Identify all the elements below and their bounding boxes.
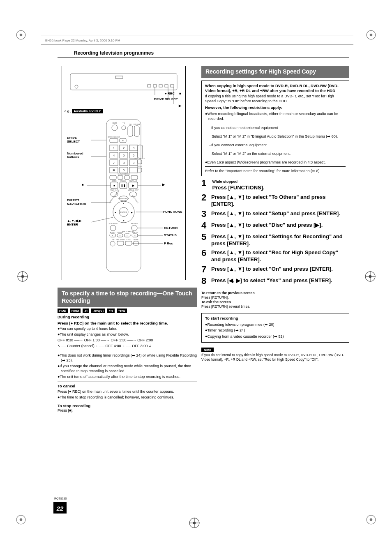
label-drive-select-top: DRIVE SELECT (153, 97, 178, 101)
during-recording: During recording (58, 315, 197, 319)
svg-rect-67 (138, 145, 143, 158)
svg-text:✱: ✱ (113, 168, 115, 172)
svg-text:9: 9 (133, 161, 135, 165)
svg-text:PAUSE: PAUSE (120, 180, 126, 182)
label-frec: F Rec (164, 242, 173, 245)
svg-rect-123 (134, 241, 138, 245)
svg-text:2: 2 (123, 146, 125, 150)
registration-mark-icon (17, 271, 28, 282)
svg-point-3 (370, 34, 373, 37)
label-rec-top: ● REC (165, 92, 181, 95)
svg-text:▼: ▼ (123, 219, 125, 222)
svg-text:STATUS: STATUS (131, 231, 138, 233)
svg-point-117 (110, 241, 115, 246)
svg-text:MUTE: MUTE (134, 239, 138, 241)
svg-point-103 (131, 225, 137, 231)
registration-mark-icon (16, 514, 26, 525)
svg-text:C: C (127, 235, 128, 237)
svg-text:TV: TV (122, 122, 125, 124)
svg-rect-73 (118, 175, 123, 180)
svg-text:F Rec: F Rec (127, 239, 131, 241)
label-return: RETURN (164, 226, 178, 230)
svg-rect-20 (70, 74, 177, 90)
svg-text:3: 3 (133, 146, 135, 150)
svg-rect-26 (165, 85, 168, 87)
return-section: To return to the previous screen Press [… (201, 291, 349, 309)
svg-rect-75 (131, 175, 138, 180)
badge-hdd: HDD (58, 309, 68, 313)
svg-line-131 (91, 217, 113, 222)
svg-rect-23 (148, 85, 151, 87)
header-rule (41, 35, 353, 45)
start-b3: ●Copying from a video cassette recorder … (205, 334, 346, 339)
to-cancel-bullet: ●The time to stop recording is cancelled… (58, 395, 197, 400)
high-speed-copy-info: When copying in high speed mode to DVD-R… (201, 81, 349, 177)
svg-rect-66 (129, 167, 138, 173)
label-stop-left: ■ (82, 183, 84, 187)
step-6: 6Press [▲, ▼] to select "Rec for High Sp… (201, 248, 349, 263)
step-3: 3Press [▲, ▼] to select "Setup" and pres… (201, 209, 349, 219)
svg-rect-40 (110, 138, 118, 143)
to-cancel-heading: To cancel (58, 384, 197, 388)
svg-text:▲: ▲ (123, 202, 125, 205)
label-play-top: ▶ (179, 104, 181, 108)
page: EH65.book Page 22 Monday, April 3, 2006 … (0, 0, 392, 555)
section-title: Recording television programmes (74, 50, 154, 56)
svg-text:SLOW/SEARCH: SLOW/SEARCH (118, 173, 130, 175)
to-stop-heading: To stop recording (58, 403, 197, 408)
svg-rect-25 (159, 85, 162, 87)
svg-text:INPUT SELECT: INPUT SELECT (134, 158, 145, 159)
svg-text:MANUAL SKIP: MANUAL SKIP (128, 189, 139, 191)
svg-text:1: 1 (113, 146, 115, 150)
step-8: 8Press [◀, ▶] to select "Yes" and press … (201, 276, 349, 286)
svg-point-101 (110, 225, 116, 231)
step-1: 1 While stopped Press [FUNCTIONS]. (201, 178, 349, 191)
svg-rect-72 (110, 175, 116, 180)
svg-text:PIP: PIP (112, 239, 115, 241)
svg-text:STOP: STOP (112, 180, 117, 182)
label-direct-nav: DIRECT NAVIGATOR (67, 198, 92, 206)
svg-text:■: ■ (113, 184, 115, 187)
svg-text:ENTER: ENTER (120, 211, 127, 214)
badge-rwv: -RW(V) (91, 309, 106, 313)
svg-point-19 (370, 518, 373, 521)
svg-point-15 (193, 522, 196, 525)
registration-mark-icon (365, 271, 376, 282)
rqt-code: RQT8380 (54, 497, 67, 500)
start-heading: To start recording (205, 316, 346, 321)
svg-rect-74 (125, 175, 129, 180)
left-section-bar: To specify a time to stop recording—One … (58, 288, 197, 307)
to-start-recording-box: To start recording ●Recording television… (201, 313, 349, 342)
badge-r: -R (83, 309, 89, 313)
timeline-1: OFF 0:30 ──→ OFF 1:00 ──→ OFF 1:30 ──→ O… (58, 338, 197, 343)
start-b2: ●Timer recording (➡ 24) (205, 328, 346, 333)
divider (58, 382, 197, 382)
left-b5: ●The unit turns off automatically after … (58, 374, 197, 379)
page-number: 22 (53, 502, 67, 514)
timeline-2: ↖── Counter (cancel) ←── OFF 4:00 ←── OF… (58, 343, 197, 348)
left-column: DVD TV CH VOLUME DRIVE SELECT AV 1 2 3 (58, 66, 197, 413)
svg-rect-22 (115, 76, 123, 78)
right-column: Recording settings for High Speed Copy W… (201, 66, 349, 362)
svg-text:B: B (120, 235, 121, 237)
svg-text:VOLUME: VOLUME (134, 123, 141, 125)
svg-point-11 (369, 275, 372, 278)
svg-rect-36 (128, 126, 133, 136)
label-eg: e.g., Australia and N.Z. (65, 109, 104, 113)
registration-mark-icon (16, 30, 26, 40)
step-2: 2Press [▲, ▼] to select "To Others" and … (201, 192, 349, 208)
svg-text:SUB MENU: SUB MENU (108, 223, 117, 225)
to-cancel-text: Press [● REC] on the main unit several t… (58, 389, 197, 394)
svg-rect-37 (134, 126, 139, 136)
start-b1: ●Recording television programmes (➡ 20) (205, 322, 346, 327)
left-body: ●You can specify up to 4 hours later. ●T… (58, 326, 197, 379)
badge-plusrw: +RW (117, 309, 127, 313)
label-arrows-enter: ▲,▼,◀,▶ ENTER (67, 219, 90, 226)
format-badges: HDD RAM -R -RW(V) +R +RW (58, 309, 197, 313)
title-rule (58, 58, 349, 58)
remote-diagram: DVD TV CH VOLUME DRIVE SELECT AV 1 2 3 (62, 66, 186, 280)
svg-point-17 (20, 518, 23, 521)
svg-text:D: D (134, 235, 136, 237)
badge-plusr: +R (107, 309, 115, 313)
svg-text:RETURN: RETURN (131, 223, 138, 225)
